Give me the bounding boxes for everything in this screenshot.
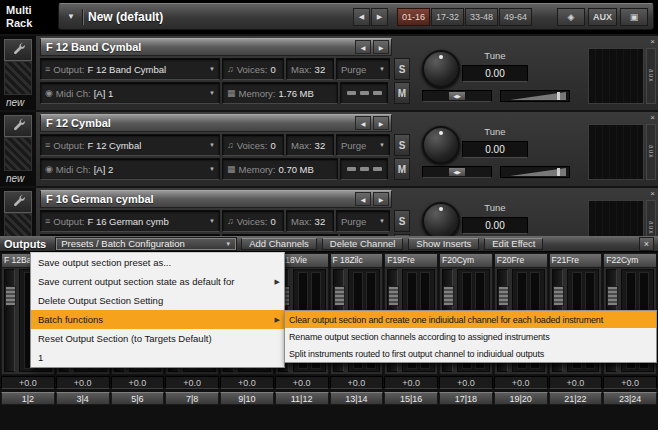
solo-button[interactable]: S <box>394 210 410 232</box>
fader-handle[interactable] <box>5 286 16 306</box>
channel-output-pair-button[interactable]: 13|14 <box>330 392 384 405</box>
fader-handle[interactable] <box>498 286 509 306</box>
tune-value[interactable]: 0.00 <box>462 141 528 158</box>
multi-menu-caret-icon[interactable]: ▼ <box>64 12 78 21</box>
fader-handle[interactable] <box>607 286 618 306</box>
submenu-item[interactable]: Split instruments routed to first output… <box>285 345 656 362</box>
aux-tab[interactable]: aux <box>646 124 656 180</box>
outputs-close-button[interactable]: × <box>639 237 654 251</box>
slot-next-button[interactable]: ▶ <box>373 116 389 130</box>
slot-prev-button[interactable]: ◀ <box>355 40 371 54</box>
channel-output-pair-button[interactable]: 7|8 <box>165 392 219 405</box>
menu-item[interactable]: Save current output section state as def… <box>31 272 284 291</box>
max-voices-field[interactable]: Max: 32 <box>286 58 334 80</box>
purge-menu-button[interactable]: Purge ▼ <box>336 210 390 232</box>
channel-gain-value[interactable]: +0.0 <box>56 376 110 389</box>
pan-handle[interactable]: ◀▶ <box>449 92 465 100</box>
slot-prev-button[interactable]: ◀ <box>355 192 371 206</box>
volume-slider[interactable] <box>500 90 570 102</box>
slot-title-bar[interactable]: F 12 Band Cymbal ◀ ▶ <box>40 38 392 56</box>
midi-channel-select[interactable]: ◉ Midi Ch: [A] 1 ▼ <box>40 82 220 104</box>
output-select[interactable]: ≡ Output: F 16 German cymb ▼ <box>40 210 220 232</box>
multi-prev-button[interactable]: ◀ <box>353 8 370 26</box>
volume-handle[interactable] <box>557 92 560 100</box>
menu-item[interactable]: 1 ▶ <box>31 348 284 367</box>
page-tab[interactable]: 17-32 <box>431 8 464 26</box>
output-select[interactable]: ≡ Output: F 12 Cymbal ▼ <box>40 134 220 156</box>
channel-output-pair-button[interactable]: 5|6 <box>111 392 165 405</box>
channel-output-pair-button[interactable]: 3|4 <box>56 392 110 405</box>
fader-handle[interactable] <box>553 286 564 306</box>
channel-output-pair-button[interactable]: 19|20 <box>494 392 548 405</box>
edit-tool-button[interactable] <box>4 115 32 137</box>
channel-gain-value[interactable]: +0.0 <box>549 376 603 389</box>
channel-gain-value[interactable]: +0.0 <box>439 376 493 389</box>
menu-item[interactable]: Save output section preset as... ▶ <box>31 253 284 272</box>
outputs-action-button[interactable]: Add Channels <box>241 238 317 250</box>
solo-button[interactable]: S <box>394 134 410 156</box>
fader-handle[interactable] <box>334 286 345 306</box>
menu-item[interactable]: Reset Output Section (to Targets Default… <box>31 329 284 348</box>
tune-knob[interactable] <box>422 126 460 164</box>
channel-output-pair-button[interactable]: 11|12 <box>275 392 329 405</box>
solo-button[interactable]: S <box>394 58 410 80</box>
mute-button[interactable]: M <box>394 158 410 180</box>
volume-handle[interactable] <box>557 168 560 176</box>
purge-menu-button[interactable]: Purge ▼ <box>336 58 390 80</box>
channel-gain-value[interactable]: +0.0 <box>494 376 548 389</box>
page-tab[interactable]: 49-64 <box>499 8 532 26</box>
outputs-action-button[interactable]: Delete Channel <box>322 238 404 250</box>
channel-gain-value[interactable]: +0.0 <box>275 376 329 389</box>
volume-slider[interactable] <box>500 166 570 178</box>
fader-handle[interactable] <box>443 286 454 306</box>
channel-gain-value[interactable]: +0.0 <box>1 376 55 389</box>
presets-batch-configuration-button[interactable]: Presets / Batch Configuration ▼ <box>56 238 236 250</box>
outputs-action-button[interactable]: Show Inserts <box>408 238 479 250</box>
slot-close-button[interactable]: × <box>650 113 655 122</box>
channel-output-pair-button[interactable]: 23|24 <box>603 392 657 405</box>
channel-output-pair-button[interactable]: 1|2 <box>1 392 55 405</box>
mute-button[interactable]: M <box>394 82 410 104</box>
edit-tool-button[interactable] <box>4 39 32 61</box>
panel-view-icon[interactable]: ▣ <box>620 8 648 26</box>
slot-close-button[interactable]: × <box>650 189 655 198</box>
channel-output-pair-button[interactable]: 9|10 <box>220 392 274 405</box>
tune-value[interactable]: 0.00 <box>462 65 528 82</box>
channel-gain-value[interactable]: +0.0 <box>220 376 274 389</box>
aux-sends-button[interactable]: AUX <box>588 8 617 26</box>
channel-gain-value[interactable]: +0.0 <box>111 376 165 389</box>
slot-next-button[interactable]: ▶ <box>373 40 389 54</box>
submenu-item[interactable]: Clear output section and create one indi… <box>285 311 656 328</box>
pan-slider[interactable]: ◀▶ <box>422 90 492 102</box>
midi-channel-select[interactable]: ◉ Midi Ch: [A] 2 ▼ <box>40 158 220 180</box>
slot-title-bar[interactable]: F 16 German cymbal ◀ ▶ <box>40 190 392 208</box>
page-tab[interactable]: 33-48 <box>465 8 498 26</box>
tune-value[interactable]: 0.00 <box>462 217 528 234</box>
channel-output-pair-button[interactable]: 15|16 <box>384 392 438 405</box>
multi-next-button[interactable]: ▶ <box>371 8 388 26</box>
channel-gain-value[interactable]: +0.0 <box>603 376 657 389</box>
menu-item[interactable]: Batch functions ▶ <box>31 310 284 329</box>
menu-item[interactable]: Delete Output Section Setting ▶ <box>31 291 284 310</box>
channel-gain-value[interactable]: +0.0 <box>330 376 384 389</box>
output-select[interactable]: ≡ Output: F 12 Band Cymbal ▼ <box>40 58 220 80</box>
diamond-icon[interactable]: ◈ <box>557 8 585 26</box>
channel-gain-value[interactable]: +0.0 <box>384 376 438 389</box>
aux-tab[interactable]: aux <box>646 48 656 104</box>
max-voices-field[interactable]: Max: 32 <box>286 134 334 156</box>
tune-knob[interactable] <box>422 50 460 88</box>
fader-handle[interactable] <box>388 286 399 306</box>
max-voices-field[interactable]: Max: 32 <box>286 210 334 232</box>
page-tab[interactable]: 01-16 <box>397 8 430 26</box>
outputs-action-button[interactable]: Edit Effect <box>484 238 543 250</box>
submenu-item[interactable]: Rename output section channels according… <box>285 328 656 345</box>
edit-tool-button[interactable] <box>4 191 32 213</box>
slot-prev-button[interactable]: ◀ <box>355 116 371 130</box>
channel-fader[interactable] <box>4 269 15 372</box>
channel-output-pair-button[interactable]: 17|18 <box>439 392 493 405</box>
purge-menu-button[interactable]: Purge ▼ <box>336 134 390 156</box>
channel-gain-value[interactable]: +0.0 <box>165 376 219 389</box>
slot-title-bar[interactable]: F 12 Cymbal ◀ ▶ <box>40 114 392 132</box>
slot-close-button[interactable]: × <box>650 37 655 46</box>
slot-next-button[interactable]: ▶ <box>373 192 389 206</box>
